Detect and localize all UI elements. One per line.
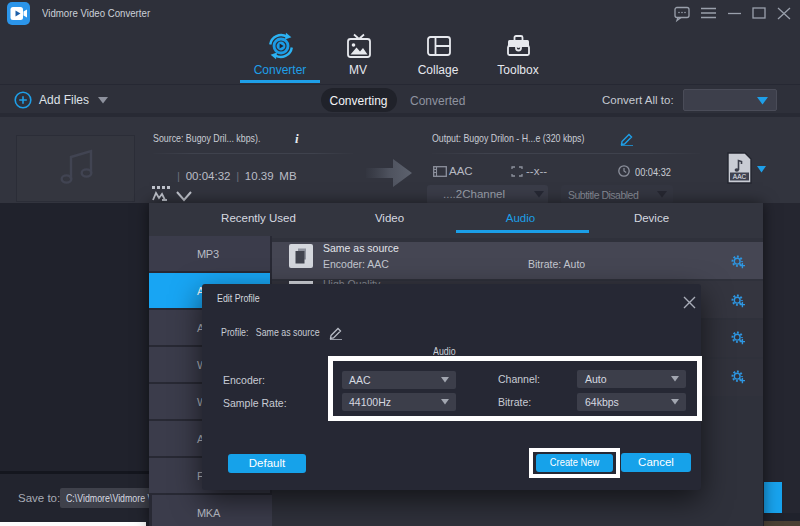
svg-text:AAC: AAC <box>733 173 747 180</box>
